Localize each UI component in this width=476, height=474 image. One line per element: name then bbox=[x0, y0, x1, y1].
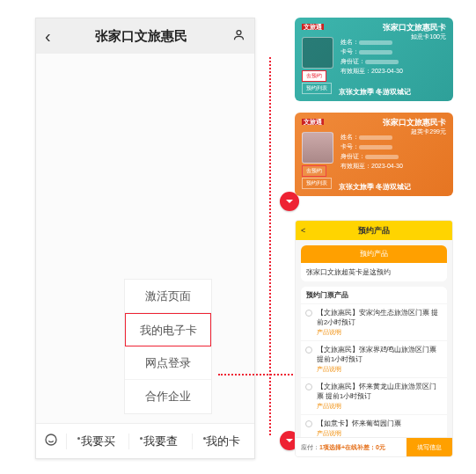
svg-point-1 bbox=[46, 434, 56, 445]
tab-mycard[interactable]: 我的卡 bbox=[192, 434, 254, 449]
booking-header: < 预约产品 bbox=[296, 221, 452, 240]
popup-menu: 激活页面 我的电子卡 网点登录 合作企业 bbox=[124, 279, 212, 414]
popup-item-partners[interactable]: 合作企业 bbox=[125, 380, 211, 413]
guide-horizontal bbox=[218, 374, 293, 376]
booking-where: 张家口文旅超英卡是这预约 bbox=[301, 263, 447, 281]
booking-panel: < 预约产品 预约产品 张家口文旅超英卡是这预约 预约门票产品 【文旅惠民】安家… bbox=[295, 220, 453, 457]
card-info: 姓名： 卡号： 身份证： 有效期至：2023-04-30 bbox=[341, 37, 403, 76]
fill-info-button[interactable]: 填写信息 bbox=[406, 438, 452, 457]
card-subtitle: 超英卡299元 bbox=[411, 128, 446, 136]
card-booklist-button[interactable]: 预约列表 bbox=[302, 83, 332, 94]
phone-footer: 我要买 我要查 我的卡 bbox=[36, 423, 254, 458]
user-icon[interactable] bbox=[232, 28, 245, 44]
ecard-orange: 文旅通 张家口文旅惠民卡 超英卡299元 姓名： 卡号： 身份证： 有效期至：2… bbox=[295, 113, 453, 196]
popup-item-branch-login[interactable]: 网点登录 bbox=[125, 346, 211, 380]
booking-title-row: 预约产品 bbox=[301, 245, 447, 263]
booking-footer: 应付：1项选择+在线补差：0元 填写信息 bbox=[296, 437, 452, 456]
guide-vertical bbox=[269, 57, 271, 435]
card-book-button[interactable]: 去预约 bbox=[302, 70, 326, 82]
booking-products: 预约门票产品 【文旅惠民】安家沟生态旅游区门票 提前2小时预订产品说明 【文旅惠… bbox=[301, 287, 447, 457]
back-icon[interactable]: < bbox=[301, 226, 305, 235]
ecard-teal: 文旅通 张家口文旅惠民卡 如意卡100元 姓名： 卡号： 身份证： 有效期至：2… bbox=[295, 18, 453, 101]
tab-buy[interactable]: 我要买 bbox=[66, 434, 128, 449]
card-slogan: 京张文旅季 冬游双城记 bbox=[339, 182, 411, 192]
tab-check[interactable]: 我要查 bbox=[128, 434, 191, 449]
booking-item[interactable]: 【文旅惠民】怀来黄龙山庄旅游景区门票 提前1小时预订产品说明 bbox=[301, 377, 447, 414]
popup-item-my-ecard[interactable]: 我的电子卡 bbox=[125, 313, 211, 346]
booking-item[interactable]: 【文旅惠民】安家沟生态旅游区门票 提前2小时预订产品说明 bbox=[301, 303, 447, 340]
card-booklist-button[interactable]: 预约列表 bbox=[302, 178, 332, 189]
card-book-button[interactable]: 去预约 bbox=[302, 165, 326, 177]
booking-item[interactable]: 【文旅惠民】张家界鸡鸣山旅游区门票 提前1小时预订产品说明 bbox=[301, 340, 447, 377]
svg-point-0 bbox=[237, 31, 241, 35]
card-thumb bbox=[302, 37, 333, 69]
popup-item-activate[interactable]: 激活页面 bbox=[125, 280, 211, 313]
phone-header: ‹ 张家口文旅惠民 bbox=[36, 18, 254, 54]
phone-frame: ‹ 张家口文旅惠民 激活页面 我的电子卡 网点登录 合作企业 我要买 我要查 我… bbox=[35, 18, 255, 459]
card-info: 姓名： 卡号： 身份证： 有效期至：2023-04-30 bbox=[341, 132, 403, 171]
card-slogan: 京张文旅季 冬游双城记 bbox=[339, 87, 411, 97]
back-icon[interactable]: ‹ bbox=[45, 26, 51, 47]
booking-section-title: 预约门票产品 bbox=[301, 287, 447, 303]
page-title: 张家口文旅惠民 bbox=[51, 28, 232, 45]
booking-card: 预约产品 张家口文旅超英卡是这预约 bbox=[301, 245, 447, 281]
card-subtitle: 如意卡100元 bbox=[411, 33, 446, 41]
service-icon[interactable] bbox=[36, 433, 66, 450]
phone-body: 激活页面 我的电子卡 网点登录 合作企业 bbox=[36, 54, 254, 423]
card-thumb bbox=[302, 132, 333, 164]
